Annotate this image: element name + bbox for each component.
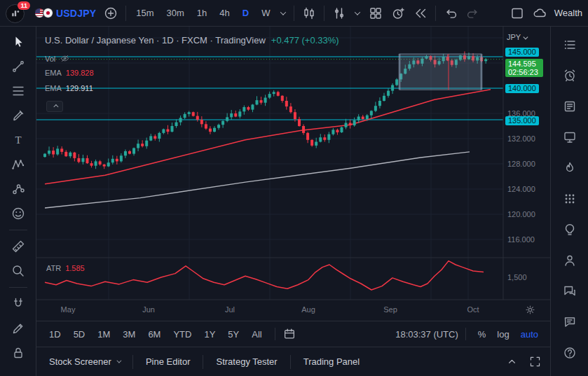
tradingview-app: 11 USDJPY 15m 30m 1h 4h D W Wealth T xyxy=(0,0,588,376)
cursor-tool-button[interactable] xyxy=(8,32,28,52)
volume-legend[interactable]: Vol xyxy=(45,53,70,64)
text-tool-button[interactable]: T xyxy=(8,130,28,150)
indicators-dropdown-icon[interactable] xyxy=(354,10,361,17)
lock-all-tool-button[interactable] xyxy=(8,343,28,363)
chart-title[interactable]: U.S. Dollar / Japanese Yen · 1D · FXCM ·… xyxy=(45,35,266,46)
screener-dropdown-icon[interactable] xyxy=(116,358,121,363)
atr-legend[interactable]: ATR 1.585 xyxy=(46,264,85,272)
tab-pine-editor[interactable]: Pine Editor xyxy=(133,347,203,376)
chart-area: MayJunJulAugSepOct136.000132.000128.0001… xyxy=(36,27,550,321)
timeframe-4h[interactable]: 4h xyxy=(217,6,232,20)
news-tool-button[interactable] xyxy=(560,97,580,116)
ema-fast-legend[interactable]: EMA 139.828 xyxy=(45,69,94,77)
range-1m[interactable]: 1M xyxy=(92,327,116,342)
cloud-layout-label[interactable]: Wealth xyxy=(554,8,582,18)
timeframe-15m[interactable]: 15m xyxy=(133,6,156,20)
layout-grid-icon xyxy=(368,6,383,21)
top-toolbar: 11 USDJPY 15m 30m 1h 4h D W Wealth xyxy=(0,0,588,27)
price-change: +0.477 (+0.33%) xyxy=(271,35,339,46)
panel-controls xyxy=(505,355,550,368)
notification-badge[interactable]: 11 xyxy=(18,1,30,10)
tab-trading-panel[interactable]: Trading Panel xyxy=(291,347,372,376)
magnet-tool-button[interactable] xyxy=(8,294,28,314)
drawing-icon xyxy=(11,321,26,336)
alerts-tool-button[interactable] xyxy=(560,66,580,85)
collapse-legend-button[interactable] xyxy=(46,101,63,112)
ideas-icon xyxy=(562,222,577,237)
go-to-date-button[interactable] xyxy=(282,327,296,341)
timeframe-dropdown-icon[interactable] xyxy=(280,10,287,17)
streams-tool-button[interactable] xyxy=(560,251,580,270)
range-5y[interactable]: 5Y xyxy=(222,327,245,342)
multichart-layout-button[interactable] xyxy=(368,6,383,21)
atr-axis-label: 1,500 xyxy=(507,273,527,281)
fib-retracement-tool-button[interactable] xyxy=(8,81,28,101)
log-scale-button[interactable]: log xyxy=(492,327,514,342)
forecast-icon xyxy=(11,181,26,197)
apps-tool-button[interactable] xyxy=(560,189,580,209)
symbol-search-button[interactable]: USDJPY xyxy=(34,8,96,19)
svg-text:T: T xyxy=(15,134,21,146)
zoom-tool-button[interactable] xyxy=(8,261,28,281)
messages-icon xyxy=(562,314,577,330)
emoji-tool-button[interactable] xyxy=(8,204,28,223)
redo-button[interactable] xyxy=(465,6,481,21)
create-alert-button[interactable] xyxy=(390,6,406,21)
tab-strategy-tester[interactable]: Strategy Tester xyxy=(203,347,289,376)
timeframe-1d[interactable]: D xyxy=(240,6,252,20)
range-6m[interactable]: 6M xyxy=(142,327,166,342)
data-window-tool-button[interactable] xyxy=(560,127,580,147)
xabcd-pattern-icon xyxy=(11,157,26,172)
undo-button[interactable] xyxy=(443,6,458,21)
timeframe-30m[interactable]: 30m xyxy=(164,6,187,20)
range-1y[interactable]: 1Y xyxy=(198,327,221,342)
chart-canvas[interactable] xyxy=(36,27,550,321)
ideas-tool-button[interactable] xyxy=(560,220,580,239)
chart-type-button[interactable] xyxy=(301,6,317,21)
currency-button[interactable]: JPY xyxy=(507,33,527,41)
measure-tool-button[interactable] xyxy=(8,237,28,256)
range-1d[interactable]: 1D xyxy=(43,327,67,342)
separator xyxy=(324,6,324,21)
xabcd-pattern-tool-button[interactable] xyxy=(8,155,28,174)
maximize-panel-button[interactable] xyxy=(528,355,542,368)
undo-icon xyxy=(443,6,458,21)
timeframe-1h[interactable]: 1h xyxy=(194,6,210,20)
help-tool-button[interactable] xyxy=(560,343,580,363)
drawing-tool-button[interactable] xyxy=(8,319,28,338)
cursor-icon xyxy=(11,34,26,50)
tradingview-logo[interactable]: 11 xyxy=(6,3,27,24)
messages-tool-button[interactable] xyxy=(560,312,580,332)
tab-stock-screener[interactable]: Stock Screener xyxy=(36,347,132,376)
auto-scale-button[interactable]: auto xyxy=(516,327,543,342)
brush-tool-button[interactable] xyxy=(8,106,28,125)
zoom-icon xyxy=(11,263,26,279)
hide-volume-button[interactable] xyxy=(60,53,70,64)
trend-line-tool-button[interactable] xyxy=(8,57,28,76)
bar-replay-button[interactable] xyxy=(413,6,428,21)
layout-panel-button[interactable] xyxy=(510,6,525,21)
session-clock[interactable]: 18:03:37 (UTC) xyxy=(395,329,458,340)
add-symbol-button[interactable] xyxy=(103,6,118,21)
range-ytd[interactable]: YTD xyxy=(167,327,197,342)
atr-value: 1.585 xyxy=(65,264,85,272)
range-3m[interactable]: 3M xyxy=(117,327,141,342)
hotlists-tool-button[interactable] xyxy=(560,158,580,178)
range-all[interactable]: All xyxy=(246,327,267,342)
open-panel-button[interactable] xyxy=(505,355,519,368)
forecast-tool-button[interactable] xyxy=(8,179,28,199)
tab-pine-editor-label: Pine Editor xyxy=(146,356,191,367)
indicators-button[interactable] xyxy=(331,6,347,21)
measure-icon xyxy=(11,239,26,254)
ema-slow-legend[interactable]: EMA 129.911 xyxy=(45,84,93,92)
cloud-icon xyxy=(532,6,547,21)
help-icon xyxy=(562,345,577,361)
magnet-icon xyxy=(11,296,26,312)
range-5d[interactable]: 5D xyxy=(68,327,91,342)
watchlist-tool-button[interactable] xyxy=(560,35,580,55)
chat-tool-button[interactable] xyxy=(560,281,580,301)
timeframe-1w[interactable]: W xyxy=(259,6,273,20)
percent-scale-button[interactable]: % xyxy=(473,327,491,342)
time-axis-settings-button[interactable] xyxy=(524,304,536,316)
bottom-toolbar: 1D 5D 1M 3M 6M YTD 1Y 5Y All 18:03:37 (U… xyxy=(36,321,550,347)
